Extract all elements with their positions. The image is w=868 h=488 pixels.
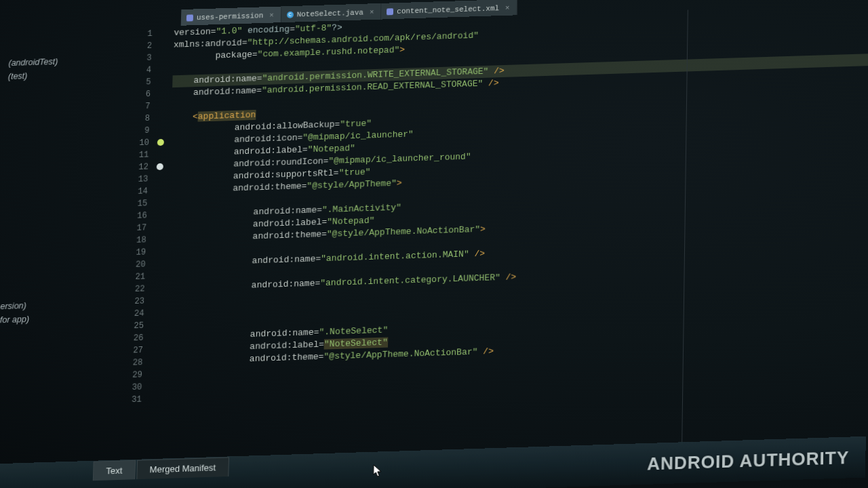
xml-file-icon [387, 8, 393, 15]
close-icon[interactable]: × [370, 8, 374, 16]
gutter-icon-breakpoint [155, 161, 170, 174]
tab-merged-manifest[interactable]: Merged Manifest [136, 457, 229, 479]
project-item[interactable]: for app) [0, 310, 120, 327]
close-icon[interactable]: × [505, 4, 510, 12]
file-tab-label: uses-permission [197, 12, 264, 22]
code-body[interactable]: version="1.0" encoding="utf-8"?>xmlns:an… [161, 4, 868, 462]
close-icon[interactable]: × [269, 12, 274, 20]
file-tab-label: NoteSelect.java [296, 9, 363, 19]
file-tab-label: content_note_select.xml [397, 4, 499, 16]
code-editor[interactable]: 1234567891011121314151617181920212223242… [115, 4, 868, 463]
xml-file-icon [186, 14, 193, 21]
project-tree[interactable]: (androidTest) (test) ersion) for app) [0, 53, 127, 327]
java-file-icon: C [287, 12, 294, 18]
tab-text[interactable]: Text [93, 460, 136, 481]
editor-bottom-tabs: Text Merged Manifest [93, 456, 231, 481]
mouse-cursor-icon [373, 464, 383, 479]
gutter-icon-warning [156, 136, 171, 149]
